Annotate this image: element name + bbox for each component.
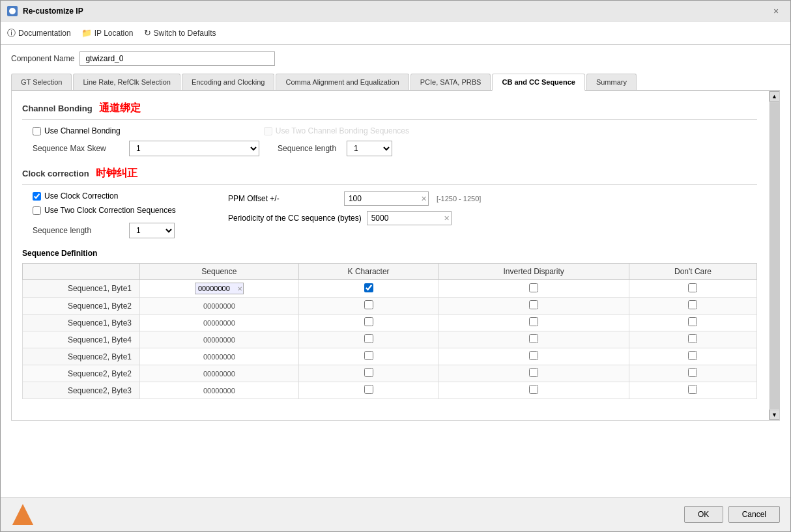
kchar-checkbox-seq1b3[interactable] <box>364 317 373 326</box>
dontcare-checkbox-seq2b3[interactable] <box>688 385 697 394</box>
periodicity-input-container: ✕ <box>367 211 452 225</box>
ppm-offset-input-container: ✕ <box>344 191 429 206</box>
col-header-inverted: Inverted Disparity <box>439 264 629 280</box>
row-label-seq1b1: Sequence1, Byte1 <box>23 280 140 298</box>
seq-cell-seq1b4: 00000000 <box>140 331 299 348</box>
seq-value-seq2b1: 00000000 <box>201 352 238 362</box>
kchar-checkbox-seq2b3[interactable] <box>364 385 373 394</box>
seq-cell-seq1b2: 00000000 <box>140 298 299 315</box>
clock-correction-title-cn: 时钟纠正 <box>96 167 137 180</box>
tab-gt-selection[interactable]: GT Selection <box>11 74 72 90</box>
ip-location-label: IP Location <box>94 29 134 38</box>
seq-cell-seq2b2: 00000000 <box>140 365 299 382</box>
sequence-definition-table: Sequence K Character Inverted Disparity … <box>22 263 757 399</box>
ok-button[interactable]: OK <box>684 506 723 523</box>
component-name-row: Component Name gtwizard_0 <box>11 51 780 66</box>
seq-value-seq2b2: 00000000 <box>201 369 238 379</box>
use-two-cb-sequences-checkbox[interactable] <box>264 127 272 135</box>
cc-sequence-length-select[interactable]: 123 <box>129 223 175 238</box>
kchar-checkbox-seq2b1[interactable] <box>364 351 373 360</box>
dontcare-checkbox-seq2b2[interactable] <box>688 368 697 377</box>
periodicity-input[interactable] <box>367 211 452 225</box>
dontcare-cell-seq1b4 <box>629 331 756 348</box>
tab-encoding-clocking[interactable]: Encoding and Clocking <box>182 74 275 90</box>
ip-location-button[interactable]: 📁 IP Location <box>81 28 134 38</box>
tab-summary[interactable]: Summary <box>586 74 637 90</box>
inverted-checkbox-seq2b2[interactable] <box>529 368 538 377</box>
inverted-checkbox-seq2b3[interactable] <box>529 385 538 394</box>
kchar-checkbox-seq1b4[interactable] <box>364 334 373 343</box>
use-clock-correction-checkbox[interactable] <box>33 192 41 201</box>
row-label-seq1b4: Sequence1, Byte4 <box>23 331 140 348</box>
ppm-offset-clear-button[interactable]: ✕ <box>421 195 427 203</box>
inverted-checkbox-seq1b3[interactable] <box>529 317 538 326</box>
channel-bonding-section: Channel Bonding 通道绑定 Use Channel Bonding… <box>22 102 757 156</box>
close-button[interactable]: × <box>773 6 784 16</box>
ppm-offset-input[interactable] <box>344 191 429 206</box>
kchar-checkbox-seq1b2[interactable] <box>364 300 373 309</box>
dontcare-checkbox-seq1b1[interactable] <box>688 283 697 292</box>
col-header-dont-care: Don't Care <box>629 264 756 280</box>
dontcare-checkbox-seq1b3[interactable] <box>688 317 697 326</box>
dontcare-checkbox-seq1b4[interactable] <box>688 334 697 343</box>
dontcare-checkbox-seq1b2[interactable] <box>688 300 697 309</box>
title-bar-left: Re-customize IP <box>7 6 83 16</box>
use-channel-bonding-label: Use Channel Bonding <box>44 126 121 135</box>
dontcare-checkbox-seq2b1[interactable] <box>688 351 697 360</box>
channel-bonding-header: Channel Bonding 通道绑定 <box>22 102 757 120</box>
use-clock-correction-label: Use Clock Correction <box>44 191 118 201</box>
tab-pcie-sata[interactable]: PCIe, SATA, PRBS <box>410 74 491 90</box>
kchar-cell-seq2b3 <box>298 382 439 399</box>
scroll-thumb[interactable] <box>770 102 779 409</box>
use-two-cc-sequences-checkbox-label[interactable]: Use Two Clock Correction Sequences <box>33 206 176 215</box>
sequence-max-skew-select[interactable]: 1234 <box>129 141 259 156</box>
switch-defaults-label: Switch to Defaults <box>154 29 216 38</box>
inverted-checkbox-seq1b4[interactable] <box>529 334 538 343</box>
use-two-cb-sequences-label: Use Two Channel Bonding Sequences <box>276 126 409 135</box>
use-clock-correction-checkbox-label[interactable]: Use Clock Correction <box>33 191 176 201</box>
periodicity-clear-button[interactable]: ✕ <box>444 214 450 223</box>
inverted-checkbox-seq1b2[interactable] <box>529 300 538 309</box>
scrollbar[interactable]: ▲ ▼ <box>769 91 779 420</box>
seq-input-seq1b1[interactable] <box>195 283 244 294</box>
tab-line-rate[interactable]: Line Rate, RefClk Selection <box>73 74 180 90</box>
row-label-seq2b2: Sequence2, Byte2 <box>23 365 140 382</box>
ppm-offset-label: PPM Offset +/- <box>228 194 339 203</box>
documentation-button[interactable]: ⓘ Documentation <box>7 27 71 39</box>
table-row: Sequence1, Byte4 00000000 <box>23 331 757 348</box>
sequence-definition-title: Sequence Definition <box>22 249 757 258</box>
seq-clear-seq1b1[interactable]: ✕ <box>237 285 242 292</box>
cb-sequence-length-select[interactable]: 1234 <box>347 141 392 156</box>
inverted-checkbox-seq2b1[interactable] <box>529 351 538 360</box>
use-two-cb-sequences-checkbox-label[interactable]: Use Two Channel Bonding Sequences <box>264 126 409 135</box>
tab-cb-cc[interactable]: CB and CC Sequence <box>492 74 584 91</box>
kchar-cell-seq1b4 <box>298 331 439 348</box>
app-icon <box>7 6 18 16</box>
documentation-label: Documentation <box>18 29 71 38</box>
seq-value-seq1b3: 00000000 <box>201 318 238 328</box>
scroll-up-arrow[interactable]: ▲ <box>769 91 780 102</box>
kchar-cell-seq2b1 <box>298 348 439 365</box>
cc-sequence-length-label: Sequence length <box>33 226 124 235</box>
tab-comma-align[interactable]: Comma Alignment and Equalization <box>276 74 409 90</box>
svg-marker-1 <box>12 504 33 525</box>
kchar-checkbox-seq1b1[interactable] <box>364 283 373 292</box>
cancel-button[interactable]: Cancel <box>728 506 780 523</box>
window-title: Re-customize IP <box>23 7 83 16</box>
scroll-down-arrow[interactable]: ▼ <box>769 410 780 420</box>
table-row: Sequence2, Byte1 00000000 <box>23 348 757 365</box>
seq-cell-seq1b3: 00000000 <box>140 315 299 331</box>
table-row: Sequence1, Byte1 ✕ <box>23 280 757 298</box>
use-two-cc-sequences-checkbox[interactable] <box>33 206 41 215</box>
cb-sequence-length-label: Sequence length <box>278 144 336 153</box>
inverted-cell-seq1b3 <box>439 315 629 331</box>
use-channel-bonding-checkbox-label[interactable]: Use Channel Bonding <box>33 126 121 135</box>
inverted-checkbox-seq1b1[interactable] <box>529 283 538 292</box>
component-name-input[interactable]: gtwizard_0 <box>79 51 275 66</box>
kchar-cell-seq1b1 <box>298 280 439 298</box>
kchar-checkbox-seq2b2[interactable] <box>364 368 373 377</box>
switch-defaults-button[interactable]: ↻ Switch to Defaults <box>144 28 216 38</box>
use-channel-bonding-checkbox[interactable] <box>33 127 41 135</box>
clock-correction-title: Clock correction <box>22 169 89 178</box>
inverted-cell-seq1b4 <box>439 331 629 348</box>
